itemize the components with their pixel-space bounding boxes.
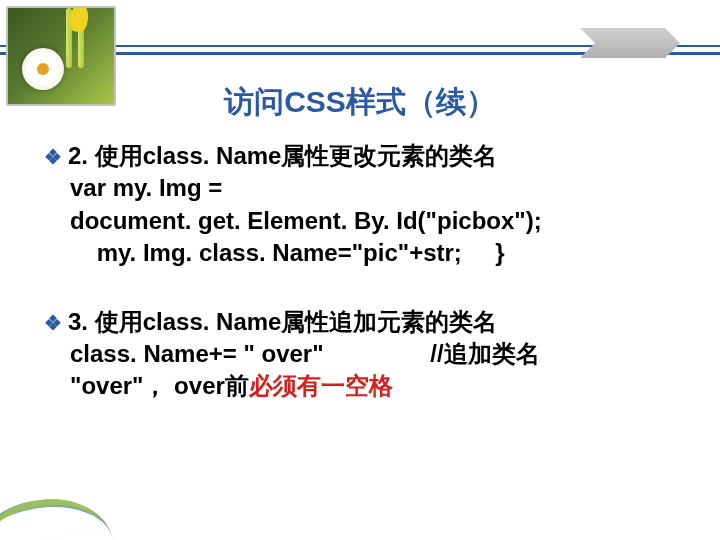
slide-title: 访问CSS样式（续） [0, 82, 720, 123]
bullet-head: 2. 使用class. Name属性更改元素的类名 [68, 140, 497, 172]
bullet-head: 3. 使用class. Name属性追加元素的类名 [68, 306, 497, 338]
diamond-bullet-icon: ❖ [44, 310, 62, 337]
header-band [0, 0, 720, 70]
code-line: var my. Img = [44, 172, 680, 204]
slide-content: ❖ 2. 使用class. Name属性更改元素的类名 var my. Img … [44, 140, 680, 439]
code-line: class. Name+= " over" //追加类名 [44, 338, 680, 370]
diamond-bullet-icon: ❖ [44, 144, 62, 171]
code-line: document. get. Element. By. Id("picbox")… [44, 205, 680, 237]
code-line: my. Img. class. Name="pic"+str; } [44, 237, 680, 269]
emphasis-text: 必须有一空格 [249, 372, 393, 399]
bullet-item-3: ❖ 3. 使用class. Name属性追加元素的类名 class. Name+… [44, 306, 680, 403]
arrow-decoration [580, 28, 680, 58]
bullet-item-2: ❖ 2. 使用class. Name属性更改元素的类名 var my. Img … [44, 140, 680, 270]
footer-decoration [0, 490, 80, 540]
code-line: "over"， over前必须有一空格 [44, 370, 680, 402]
